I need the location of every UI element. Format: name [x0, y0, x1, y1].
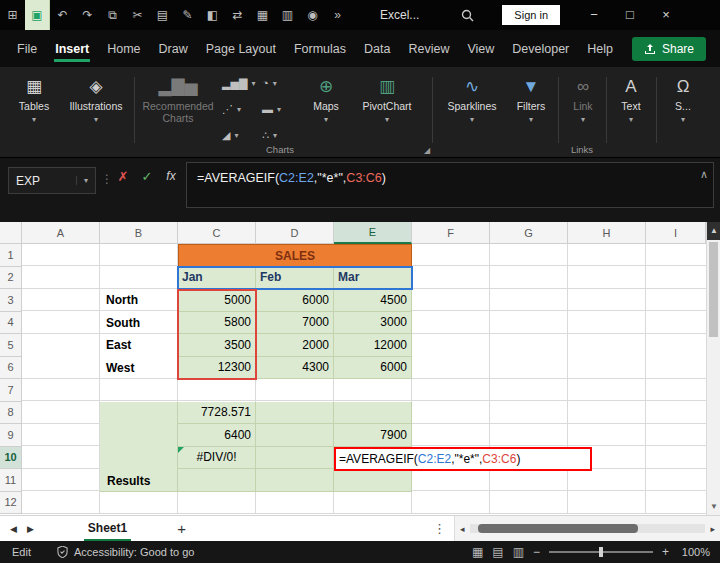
close-button[interactable]: ×	[648, 0, 684, 30]
page-layout-view-icon[interactable]: ▤	[492, 545, 503, 559]
next-sheet-icon[interactable]: ▶	[27, 524, 34, 534]
tab-file[interactable]: File	[8, 31, 46, 67]
cell-D4[interactable]: 7000	[256, 312, 334, 335]
row-header-9[interactable]: 9	[0, 424, 22, 447]
tab-draw[interactable]: Draw	[150, 31, 197, 67]
cell-C5[interactable]: 3500	[178, 334, 256, 357]
column-header-A[interactable]: A	[22, 222, 100, 244]
cell-B3[interactable]: North	[100, 289, 178, 312]
cell-C11[interactable]	[178, 469, 256, 492]
freeze-panes-icon[interactable]: ▥	[275, 0, 300, 30]
row-header-11[interactable]: 11	[0, 469, 22, 492]
tab-developer[interactable]: Developer	[503, 31, 578, 67]
save-icon[interactable]: ▣	[25, 0, 50, 31]
cell-E10-formula-edit[interactable]: =AVERAGEIF(C2:E2,"*e*",C3:C6)	[334, 447, 592, 471]
column-header-C[interactable]: C	[178, 222, 256, 244]
row-header-7[interactable]: 7	[0, 379, 22, 402]
format-painter-icon[interactable]: ✎	[175, 0, 200, 30]
tab-insert[interactable]: Insert	[46, 31, 98, 67]
charts-dialog-launcher-icon[interactable]: ◢	[424, 146, 430, 155]
tab-home[interactable]: Home	[98, 31, 149, 67]
name-box[interactable]: EXP ▾	[8, 167, 96, 194]
previous-sheet-icon[interactable]: ◀	[10, 524, 17, 534]
tab-view[interactable]: View	[458, 31, 503, 67]
collapse-formula-bar-icon[interactable]: ∧	[700, 168, 708, 181]
select-all-corner[interactable]	[0, 222, 22, 244]
insert-scatter-chart-button[interactable]: ∴ ▾	[262, 129, 277, 142]
cell-results-label[interactable]: Results	[100, 402, 178, 492]
chevron-down-icon[interactable]: ▾	[76, 176, 88, 185]
row-header-10[interactable]: 10	[0, 447, 22, 470]
column-header-I[interactable]: I	[646, 222, 706, 244]
row-header-1[interactable]: 1	[0, 244, 22, 267]
insert-pie-chart-button[interactable]: ◔ ▾	[262, 77, 277, 89]
column-header-F[interactable]: F	[412, 222, 490, 244]
cell-D9[interactable]	[256, 424, 334, 447]
cell-E8[interactable]	[334, 402, 412, 425]
sheet-options-icon[interactable]: ⋮	[433, 521, 446, 536]
confirm-entry-button[interactable]: ✓	[136, 169, 158, 184]
insert-area-chart-button[interactable]: ◢ ▾	[222, 129, 238, 142]
row-header-12[interactable]: 12	[0, 492, 22, 515]
row-header-3[interactable]: 3	[0, 289, 22, 312]
cancel-entry-button[interactable]: ✗	[112, 169, 134, 184]
link-button[interactable]: ∞ Link ▾	[562, 74, 604, 126]
scroll-down-icon[interactable]: ▼	[707, 499, 720, 515]
scroll-right-icon[interactable]: ▸	[710, 524, 715, 534]
insert-function-button[interactable]: fx	[160, 169, 182, 183]
cell-E9[interactable]: 7900	[334, 424, 412, 447]
cell-E2[interactable]: Mar	[334, 267, 412, 290]
cell-D8[interactable]	[256, 402, 334, 425]
scroll-left-icon[interactable]: ◂	[460, 524, 465, 534]
insert-line-chart-button[interactable]: ⋰ ▾	[222, 103, 241, 116]
row-header-2[interactable]: 2	[0, 267, 22, 290]
fill-color-icon[interactable]: ◧	[200, 0, 225, 30]
column-header-E[interactable]: E	[334, 222, 412, 244]
insert-bar-chart-button[interactable]: ▬ ▾	[262, 103, 281, 115]
sign-in-button[interactable]: Sign in	[502, 5, 560, 25]
cell-E5[interactable]: 12000	[334, 334, 412, 357]
recommended-charts-button[interactable]: ▂▇▅ Recommended Charts	[140, 74, 216, 124]
pivotchart-button[interactable]: ▥ PivotChart ▾	[356, 74, 418, 126]
cell-D10[interactable]	[256, 447, 334, 470]
tab-formulas[interactable]: Formulas	[285, 31, 355, 67]
cell-B5[interactable]: East	[100, 334, 178, 357]
cell-C10-error[interactable]: #DIV/0!	[178, 447, 256, 470]
redo-icon[interactable]: ↷	[75, 0, 100, 30]
camera-icon[interactable]: ◉	[300, 0, 325, 30]
insert-table-icon[interactable]: ▦	[250, 0, 275, 30]
cut-icon[interactable]: ✂	[125, 0, 150, 30]
cell-B6[interactable]: West	[100, 357, 178, 380]
cell-D6[interactable]: 4300	[256, 357, 334, 380]
row-header-8[interactable]: 8	[0, 402, 22, 425]
qat-overflow-icon[interactable]: »	[325, 0, 350, 30]
zoom-in-button[interactable]: +	[662, 545, 669, 559]
zoom-slider-thumb[interactable]	[599, 547, 603, 557]
new-sheet-button[interactable]: +	[177, 520, 186, 537]
zoom-slider[interactable]	[549, 551, 653, 553]
filters-button[interactable]: ▼ Filters ▾	[508, 74, 554, 126]
maps-button[interactable]: ⊕ Maps ▾	[302, 74, 350, 126]
cell-C2[interactable]: Jan	[178, 267, 256, 290]
tab-data[interactable]: Data	[355, 31, 399, 67]
cell-D2[interactable]: Feb	[256, 267, 334, 290]
cell-C3[interactable]: 5000	[178, 289, 256, 312]
cell-B4[interactable]: South	[100, 312, 178, 335]
text-button[interactable]: A Text ▾	[610, 74, 652, 126]
cell-D5[interactable]: 2000	[256, 334, 334, 357]
symbols-button[interactable]: Ω S... ▾	[662, 74, 704, 126]
sheet-tab-sheet1[interactable]: Sheet1	[76, 516, 139, 542]
maximize-button[interactable]: □	[612, 0, 648, 30]
undo-icon[interactable]: ↶	[50, 0, 75, 30]
cell-E6[interactable]: 6000	[334, 357, 412, 380]
zoom-percentage[interactable]: 100%	[678, 546, 710, 558]
normal-view-icon[interactable]: ▦	[472, 545, 483, 559]
scroll-up-icon[interactable]: ▲	[707, 222, 720, 240]
sparklines-button[interactable]: ∿ Sparklines ▾	[440, 74, 504, 126]
accessibility-status[interactable]: Accessibility: Good to go	[57, 546, 194, 558]
vertical-scrollbar[interactable]: ▲ ▼	[706, 222, 720, 515]
cell-D11[interactable]	[256, 469, 334, 492]
cell-C4[interactable]: 5800	[178, 312, 256, 335]
zoom-out-button[interactable]: −	[533, 545, 540, 559]
column-header-B[interactable]: B	[100, 222, 178, 244]
